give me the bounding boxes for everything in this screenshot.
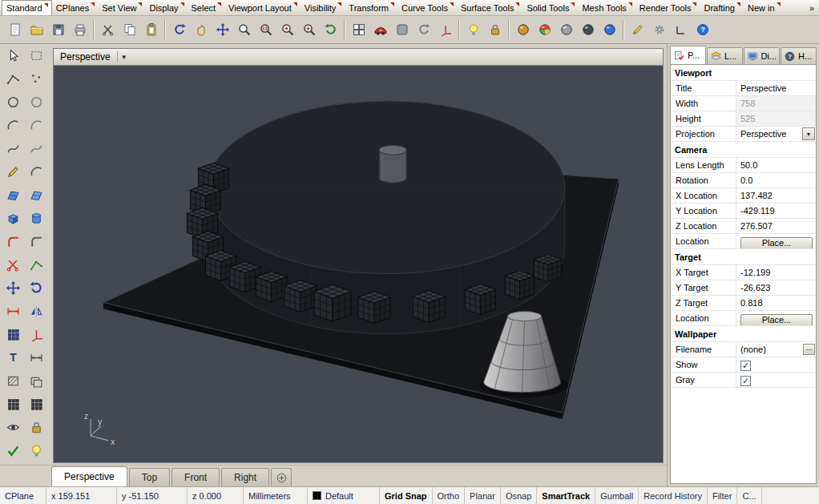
menu-tab-cplanes[interactable]: CPlanes: [52, 0, 99, 15]
y-target-value[interactable]: -26.623: [736, 280, 816, 295]
help-button[interactable]: ?: [692, 19, 713, 41]
projection-dropdown-arrow-icon[interactable]: ▼: [802, 127, 815, 140]
menu-tab-display[interactable]: Display: [145, 0, 187, 15]
block-button[interactable]: [25, 369, 48, 393]
menu-tab-solid-tools[interactable]: Solid Tools: [522, 0, 578, 15]
panel-tab-p[interactable]: P...: [670, 46, 706, 64]
curve-button[interactable]: [2, 137, 25, 160]
status-toggle-grid-snap[interactable]: Grid Snap: [380, 487, 433, 504]
status-units[interactable]: Millimeters: [244, 487, 308, 504]
title-value[interactable]: Perspective: [736, 81, 816, 95]
viewport-tab-top[interactable]: Top: [129, 468, 170, 486]
menu-tab-surface-tools[interactable]: Surface Tools: [457, 0, 522, 15]
status-cplane[interactable]: CPlane: [0, 487, 46, 504]
chamfer-button[interactable]: [25, 230, 48, 253]
menu-tab-standard[interactable]: Standard: [2, 0, 52, 15]
filename-value[interactable]: (none)...: [736, 342, 816, 357]
rotation-value[interactable]: 0.0: [736, 173, 816, 187]
check-button[interactable]: [2, 439, 25, 462]
surface-button[interactable]: [2, 183, 25, 207]
status-toggle-planar[interactable]: Planar: [465, 487, 501, 504]
gumball-widget-button[interactable]: [670, 19, 692, 41]
save-button[interactable]: [47, 19, 69, 41]
display-mode-button[interactable]: [391, 19, 413, 41]
move-view-button[interactable]: [212, 19, 233, 41]
arc-button[interactable]: [2, 114, 25, 137]
solid-box-button[interactable]: [2, 207, 25, 230]
zoom-window-button[interactable]: [255, 19, 276, 41]
status-toggle-smarttrack[interactable]: SmartTrack: [537, 487, 595, 504]
orient-button[interactable]: [25, 323, 48, 346]
menu-tab-viewport-layout[interactable]: Viewport Layout: [224, 0, 301, 15]
menu-tab-mesh-tools[interactable]: Mesh Tools: [578, 0, 635, 15]
selection-filter-button[interactable]: [25, 44, 48, 67]
show-checkbox[interactable]: ✓: [740, 361, 751, 371]
open-file-button[interactable]: [26, 19, 47, 41]
camera-place-button[interactable]: Place...: [740, 237, 813, 248]
polyline-button[interactable]: [2, 67, 25, 91]
mirror-button[interactable]: [25, 300, 48, 323]
copy-button[interactable]: [119, 19, 140, 41]
projection-value[interactable]: Perspective▼: [736, 127, 816, 141]
surface-from-edges-button[interactable]: [25, 183, 48, 207]
text-button[interactable]: T: [2, 346, 25, 369]
gray-value[interactable]: ✓: [736, 373, 816, 387]
cut-button[interactable]: [97, 19, 119, 41]
circle-button[interactable]: [2, 91, 25, 114]
location-value[interactable]: Place...: [736, 234, 816, 248]
status-toggle-filter[interactable]: Filter: [708, 487, 737, 504]
annotate-button[interactable]: [627, 19, 648, 41]
y-location-value[interactable]: -429.119: [736, 204, 816, 218]
viewport-tab-perspective[interactable]: Perspective: [51, 466, 127, 486]
x-target-value[interactable]: -12.199: [736, 265, 816, 280]
add-viewport-tab-button[interactable]: [271, 468, 292, 486]
menu-tab-set-view[interactable]: Set View: [98, 0, 145, 15]
status-toggle-record-history[interactable]: Record History: [639, 487, 708, 504]
pattern-button[interactable]: [25, 393, 48, 416]
shade-gray-button[interactable]: [555, 19, 577, 41]
print-button[interactable]: [69, 19, 91, 41]
zoom-extents-button[interactable]: [298, 19, 320, 41]
lamp-button[interactable]: [25, 439, 48, 462]
location-value[interactable]: Place...: [736, 311, 816, 325]
pan-button[interactable]: [190, 19, 212, 41]
undo-button[interactable]: [168, 19, 190, 41]
rotate-button[interactable]: [25, 276, 48, 300]
rotate-cplane-button[interactable]: [413, 19, 434, 41]
points-button[interactable]: [25, 67, 48, 91]
viewport-canvas[interactable]: zyx: [54, 66, 663, 462]
render-preview-button[interactable]: [534, 19, 555, 41]
paste-button[interactable]: [140, 19, 162, 41]
solid-cylinder-button[interactable]: [25, 207, 48, 230]
menu-tab-drafting[interactable]: Drafting: [700, 0, 744, 15]
options-button[interactable]: [648, 19, 670, 41]
gray-checkbox[interactable]: ✓: [740, 376, 751, 386]
split-button[interactable]: [25, 253, 48, 276]
status-toggle-ortho[interactable]: Ortho: [433, 487, 466, 504]
status-toggle-osnap[interactable]: Osnap: [501, 487, 537, 504]
render-button[interactable]: [512, 19, 534, 41]
array-polar-button[interactable]: [2, 393, 25, 416]
array-button[interactable]: [2, 323, 25, 346]
select-button[interactable]: [2, 44, 25, 67]
viewport-tab-front[interactable]: Front: [171, 468, 220, 486]
conic-button[interactable]: [25, 160, 48, 183]
viewport-menu-arrow-icon[interactable]: ▼: [118, 49, 131, 65]
viewport-titlebar[interactable]: Perspective ▼: [54, 49, 663, 66]
arc-blend-button[interactable]: [25, 114, 48, 137]
status-toggle-c[interactable]: C...: [737, 487, 761, 504]
z-target-value[interactable]: 0.818: [736, 296, 816, 310]
menu-tab-visibility[interactable]: Visibility: [301, 0, 345, 15]
layer-light-button[interactable]: [462, 19, 484, 41]
dimension-button[interactable]: [25, 346, 48, 369]
visibility-button[interactable]: [2, 416, 25, 439]
render-blue-button[interactable]: [599, 19, 620, 41]
ellipse-button[interactable]: [25, 91, 48, 114]
set-cplane-button[interactable]: [434, 19, 456, 41]
hatch-button[interactable]: [2, 369, 25, 393]
lock-objects-button[interactable]: [484, 19, 506, 41]
shaded-viewport-button[interactable]: [369, 19, 391, 41]
move-button[interactable]: [2, 276, 25, 300]
trim-button[interactable]: [2, 253, 25, 276]
handle-curve-button[interactable]: [25, 137, 48, 160]
